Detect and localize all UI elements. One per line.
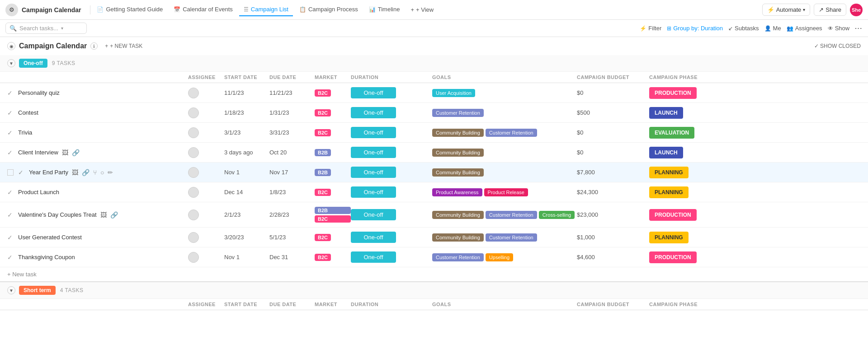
checkbox-icon[interactable]: ✓ [7,149,14,156]
due-date-cell: 5/1/23 [269,234,315,241]
phase-cell: PLANNING [649,169,722,176]
tab-getting-started[interactable]: 📄 Getting Started Guide [92,3,167,16]
info-icon[interactable]: ℹ [90,42,98,50]
goal-tag: Customer Retention [432,109,484,117]
market-badge: B2C [315,89,331,97]
goals-cell: Community Building Customer Retention [432,129,577,137]
task-name[interactable]: Trivia [18,129,32,136]
due-date-cell: Nov 17 [269,169,315,176]
phase-cell: EVALUATION [649,129,722,136]
group-icon: ⊞ [667,25,671,32]
checkbox-icon[interactable]: ✓ [18,169,25,176]
col-campaign-phase[interactable]: CAMPAIGN PHASE [649,74,722,80]
task-name[interactable]: User Generated Contest [18,234,82,241]
subtasks-button[interactable]: ↙ Subtasks [728,25,759,32]
goal-tag: Cross-selling [539,211,575,219]
col-due-date[interactable]: DUE DATE [269,74,315,80]
group2-row: ▼ Short term 4 TASKS [0,281,868,299]
checkbox-icon[interactable]: ✓ [7,254,14,261]
show-closed-button[interactable]: ✓ SHOW CLOSED [814,43,861,49]
show-button[interactable]: 👁 Show [828,25,850,32]
col-start-date[interactable]: START DATE [224,74,269,80]
col2-campaign-budget[interactable]: CAMPAIGN BUDGET [577,302,649,307]
user-avatar[interactable]: She [850,4,863,16]
tab-campaign-process[interactable]: 📋 Campaign Process [295,3,363,16]
task-name-cell: ✓ Personality quiz [7,89,188,97]
start-date-cell: Nov 1 [224,169,269,176]
phase-badge: PLANNING [649,186,689,198]
me-icon: 👤 [764,25,771,32]
tab-timeline[interactable]: 📊 Timeline [364,3,405,16]
checkbox-icon[interactable]: ✓ [7,129,14,136]
checkbox-icon[interactable]: ✓ [7,234,14,241]
filter-button[interactable]: ⚡ Filter [640,25,661,32]
col-goals[interactable]: GOALS [432,74,577,80]
calendar-icon: 📅 [174,6,180,13]
checkbox-icon[interactable]: ✓ [7,109,14,116]
task-name[interactable]: Client Interview [18,149,58,156]
task-name[interactable]: Contest [18,109,38,116]
collapse-page-button[interactable]: ◉ [7,42,15,50]
toolbar: 🔍 Search tasks... ▾ ⚡ Filter ⊞ Group by:… [0,20,868,37]
chevron-down-icon: ▾ [61,26,63,31]
show-icon: 👁 [828,25,833,32]
due-date-cell: Dec 31 [269,254,315,261]
row-select-checkbox[interactable] [7,169,14,176]
col2-start-date[interactable]: START DATE [224,302,269,307]
task-name[interactable]: Product Launch [18,189,59,195]
duration-cell: One-off [351,167,432,178]
col-duration[interactable]: DURATION [351,74,432,80]
phase-cell: PRODUCTION [649,211,722,218]
duration-badge: One-off [351,167,396,178]
tab-calendar-events[interactable]: 📅 Calendar of Events [169,3,237,16]
avatar [188,127,199,138]
col2-goals[interactable]: GOALS [432,302,577,307]
duration-cell: One-off [351,107,432,118]
task-name[interactable]: Thanksgiving Coupon [18,254,75,261]
avatar [188,187,199,198]
col2-due-date[interactable]: DUE DATE [269,302,315,307]
start-date-cell: 1/18/23 [224,109,269,116]
task-name-cell: ✓ Valentine's Day Couples Treat 🖼 🔗 [7,211,188,219]
task-name[interactable]: Personality quiz [18,89,60,96]
col2-duration[interactable]: DURATION [351,302,432,307]
search-box[interactable]: 🔍 Search tasks... ▾ [5,23,87,34]
add-task-row[interactable]: + New task [0,267,868,281]
group-by-button[interactable]: ⊞ Group by: Duration [667,25,723,32]
budget-cell: $7,800 [577,169,649,176]
task-name[interactable]: Year End Party [29,169,68,176]
me-button[interactable]: 👤 Me [764,25,781,32]
task-name-cell: ✓ User Generated Contest [7,234,188,241]
col2-campaign-phase[interactable]: CAMPAIGN PHASE [649,302,722,307]
new-task-header-button[interactable]: + + NEW TASK [101,42,146,51]
col2-market[interactable]: MARKET [315,302,351,307]
goal-tag: Community Building [432,168,484,177]
table-row: ✓ Thanksgiving Coupon Nov 1 Dec 31 B2C O… [0,247,868,267]
col-campaign-budget[interactable]: CAMPAIGN BUDGET [577,74,649,80]
goal-tag: Community Building [432,233,484,242]
task-name[interactable]: Valentine's Day Couples Treat [18,211,97,218]
checkbox-icon[interactable]: ✓ [7,89,14,97]
task-name-cell: ✓ Year End Party 🖼 🔗 ⑂ ○ ✏ [7,169,188,176]
checkbox-icon[interactable]: ✓ [7,189,14,196]
tab-campaign-list[interactable]: ☰ Campaign List [239,3,293,16]
market-cell: B2B [315,149,351,156]
start-date-cell: Nov 1 [224,254,269,261]
top-nav: ⚙ Campaign Calendar 📄 Getting Started Gu… [0,0,868,20]
add-view-button[interactable]: + + View [406,4,438,15]
group2-collapse-button[interactable]: ▼ [7,286,15,294]
start-date-cell: 3 days ago [224,149,269,156]
start-date-cell: 2/1/23 [224,211,269,218]
assignees-button[interactable]: 👥 Assignees [787,25,822,32]
filter-icon: ⚡ [640,25,646,32]
col-market[interactable]: MARKET [315,74,351,80]
share-button[interactable]: ↗ Share [814,4,846,16]
group1-collapse-button[interactable]: ▼ [7,59,15,67]
goal-tag: Product Awareness [432,188,482,196]
timeline-icon: 📊 [369,6,376,13]
col2-assignee[interactable]: ASSIGNEE [188,302,224,307]
more-options-button[interactable]: ··· [855,25,863,32]
col-assignee[interactable]: ASSIGNEE [188,74,224,80]
checkbox-icon[interactable]: ✓ [7,211,14,219]
automate-button[interactable]: ⚡ Automate ▾ [762,4,811,16]
